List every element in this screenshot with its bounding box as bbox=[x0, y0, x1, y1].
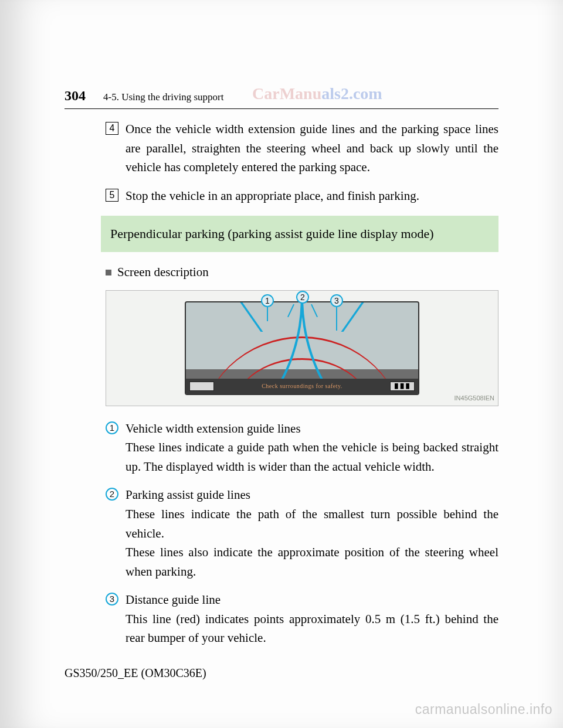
screen-right-button[interactable]: █ █ █ bbox=[390, 382, 415, 391]
item-title: Vehicle width extension guide lines bbox=[126, 419, 498, 438]
item-text-block: Parking assist guide lines These lines i… bbox=[126, 485, 498, 581]
bullet-heading: Screen description bbox=[106, 263, 498, 282]
watermark-bottom: carmanualsonline.info bbox=[415, 702, 552, 717]
item-desc: This line (red) indicates points approxi… bbox=[126, 610, 498, 648]
page-number: 304 bbox=[65, 88, 86, 104]
description-item-3: 3 Distance guide line This line (red) in… bbox=[106, 590, 498, 648]
callout-line bbox=[336, 307, 337, 331]
square-bullet-icon bbox=[106, 270, 111, 275]
camera-screen: Check surroundings for safety. █ █ █ bbox=[185, 301, 419, 395]
step-4: 4 Once the vehicle width extension guide… bbox=[106, 120, 498, 177]
section-heading-box: Perpendicular parking (parking assist gu… bbox=[101, 216, 498, 252]
item-text-block: Distance guide line This line (red) indi… bbox=[126, 590, 498, 648]
item-desc: These lines indicate the path of the sma… bbox=[126, 505, 498, 543]
screen-bottom-bar: Check surroundings for safety. █ █ █ bbox=[186, 379, 418, 394]
footer-model-code: GS350/250_EE (OM30C36E) bbox=[65, 666, 206, 680]
screen-warning-text: Check surroundings for safety. bbox=[262, 382, 342, 391]
step-number-box: 4 bbox=[106, 122, 118, 135]
item-desc: These lines also indicate the approximat… bbox=[126, 543, 498, 581]
circle-number: 3 bbox=[106, 593, 118, 605]
figure: 1 2 3 bbox=[106, 290, 498, 406]
description-item-2: 2 Parking assist guide lines These lines… bbox=[106, 485, 498, 581]
step-5: 5 Stop the vehicle in an appropriate pla… bbox=[106, 186, 498, 206]
section-path: 4-5. Using the driving support bbox=[103, 91, 223, 103]
header: 304 4-5. Using the driving support CarMa… bbox=[65, 88, 498, 109]
item-title: Distance guide line bbox=[126, 590, 498, 610]
figure-code: IN45G508IEN bbox=[455, 393, 494, 403]
item-text-block: Vehicle width extension guide lines Thes… bbox=[126, 419, 498, 477]
content-area: 304 4-5. Using the driving support CarMa… bbox=[65, 88, 498, 664]
step-text: Once the vehicle width extension guide l… bbox=[126, 120, 498, 177]
step-number-box: 5 bbox=[106, 189, 118, 202]
figure-callout-1: 1 bbox=[261, 294, 274, 307]
circle-number: 1 bbox=[106, 421, 118, 434]
header-divider bbox=[65, 108, 498, 109]
circle-number: 2 bbox=[106, 488, 118, 501]
figure-callout-2: 2 bbox=[296, 291, 309, 304]
screen-left-button[interactable] bbox=[189, 382, 214, 391]
bullet-label: Screen description bbox=[117, 263, 209, 282]
manual-page: 304 4-5. Using the driving support CarMa… bbox=[0, 0, 563, 728]
body: 4 Once the vehicle width extension guide… bbox=[106, 120, 498, 648]
item-desc: These lines indicate a guide path when t… bbox=[126, 438, 498, 476]
figure-callout-3: 3 bbox=[330, 294, 343, 307]
description-item-1: 1 Vehicle width extension guide lines Th… bbox=[106, 419, 498, 477]
callout-line bbox=[267, 307, 268, 321]
item-title: Parking assist guide lines bbox=[126, 485, 498, 505]
step-text: Stop the vehicle in an appropriate place… bbox=[126, 186, 419, 206]
